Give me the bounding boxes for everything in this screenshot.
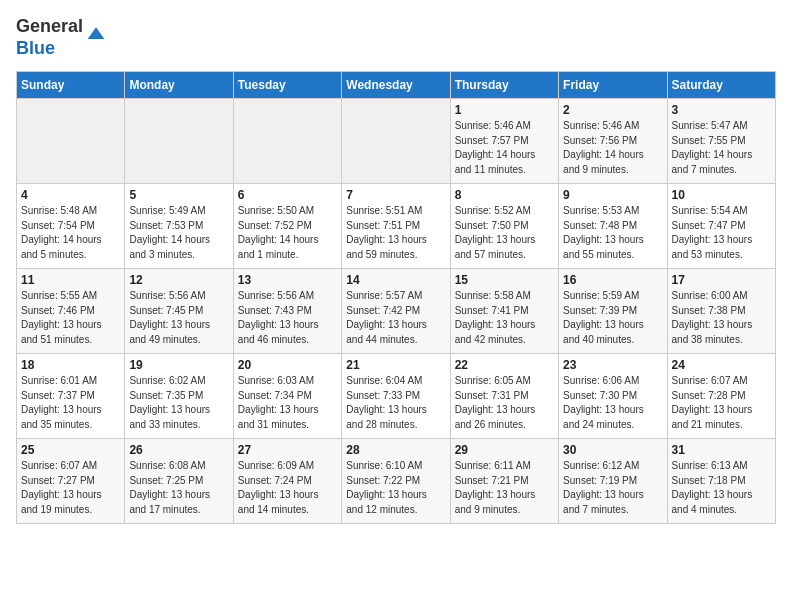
calendar-cell: 1Sunrise: 5:46 AM Sunset: 7:57 PM Daylig…: [450, 99, 558, 184]
day-info: Sunrise: 5:49 AM Sunset: 7:53 PM Dayligh…: [129, 204, 228, 262]
day-info: Sunrise: 5:57 AM Sunset: 7:42 PM Dayligh…: [346, 289, 445, 347]
page-header: General Blue: [16, 16, 776, 59]
day-info: Sunrise: 5:50 AM Sunset: 7:52 PM Dayligh…: [238, 204, 337, 262]
day-number: 7: [346, 188, 445, 202]
day-number: 24: [672, 358, 771, 372]
day-info: Sunrise: 5:48 AM Sunset: 7:54 PM Dayligh…: [21, 204, 120, 262]
calendar-cell: 6Sunrise: 5:50 AM Sunset: 7:52 PM Daylig…: [233, 184, 341, 269]
calendar-cell: 14Sunrise: 5:57 AM Sunset: 7:42 PM Dayli…: [342, 269, 450, 354]
logo-icon: [86, 24, 106, 44]
day-info: Sunrise: 5:51 AM Sunset: 7:51 PM Dayligh…: [346, 204, 445, 262]
weekday-header-tuesday: Tuesday: [233, 72, 341, 99]
calendar-cell: 17Sunrise: 6:00 AM Sunset: 7:38 PM Dayli…: [667, 269, 775, 354]
day-info: Sunrise: 5:58 AM Sunset: 7:41 PM Dayligh…: [455, 289, 554, 347]
day-info: Sunrise: 5:54 AM Sunset: 7:47 PM Dayligh…: [672, 204, 771, 262]
calendar-cell: 5Sunrise: 5:49 AM Sunset: 7:53 PM Daylig…: [125, 184, 233, 269]
calendar-cell: 31Sunrise: 6:13 AM Sunset: 7:18 PM Dayli…: [667, 439, 775, 524]
day-info: Sunrise: 6:13 AM Sunset: 7:18 PM Dayligh…: [672, 459, 771, 517]
day-number: 16: [563, 273, 662, 287]
calendar-cell: 7Sunrise: 5:51 AM Sunset: 7:51 PM Daylig…: [342, 184, 450, 269]
calendar-cell: 22Sunrise: 6:05 AM Sunset: 7:31 PM Dayli…: [450, 354, 558, 439]
calendar-cell: 2Sunrise: 5:46 AM Sunset: 7:56 PM Daylig…: [559, 99, 667, 184]
calendar-cell: 23Sunrise: 6:06 AM Sunset: 7:30 PM Dayli…: [559, 354, 667, 439]
day-number: 6: [238, 188, 337, 202]
day-number: 30: [563, 443, 662, 457]
day-info: Sunrise: 6:07 AM Sunset: 7:27 PM Dayligh…: [21, 459, 120, 517]
day-number: 14: [346, 273, 445, 287]
day-info: Sunrise: 5:59 AM Sunset: 7:39 PM Dayligh…: [563, 289, 662, 347]
day-info: Sunrise: 5:55 AM Sunset: 7:46 PM Dayligh…: [21, 289, 120, 347]
day-info: Sunrise: 6:01 AM Sunset: 7:37 PM Dayligh…: [21, 374, 120, 432]
day-info: Sunrise: 6:06 AM Sunset: 7:30 PM Dayligh…: [563, 374, 662, 432]
calendar-cell: 18Sunrise: 6:01 AM Sunset: 7:37 PM Dayli…: [17, 354, 125, 439]
calendar-cell: 11Sunrise: 5:55 AM Sunset: 7:46 PM Dayli…: [17, 269, 125, 354]
day-number: 4: [21, 188, 120, 202]
logo-general: General: [16, 16, 83, 36]
day-number: 29: [455, 443, 554, 457]
calendar-cell: 25Sunrise: 6:07 AM Sunset: 7:27 PM Dayli…: [17, 439, 125, 524]
calendar-table: SundayMondayTuesdayWednesdayThursdayFrid…: [16, 71, 776, 524]
week-row-2: 4Sunrise: 5:48 AM Sunset: 7:54 PM Daylig…: [17, 184, 776, 269]
day-info: Sunrise: 5:56 AM Sunset: 7:45 PM Dayligh…: [129, 289, 228, 347]
day-number: 18: [21, 358, 120, 372]
calendar-cell: [342, 99, 450, 184]
calendar-cell: 10Sunrise: 5:54 AM Sunset: 7:47 PM Dayli…: [667, 184, 775, 269]
day-info: Sunrise: 5:52 AM Sunset: 7:50 PM Dayligh…: [455, 204, 554, 262]
day-number: 2: [563, 103, 662, 117]
calendar-cell: 13Sunrise: 5:56 AM Sunset: 7:43 PM Dayli…: [233, 269, 341, 354]
day-number: 11: [21, 273, 120, 287]
logo: General Blue: [16, 16, 106, 59]
day-number: 12: [129, 273, 228, 287]
calendar-cell: 28Sunrise: 6:10 AM Sunset: 7:22 PM Dayli…: [342, 439, 450, 524]
calendar-cell: 29Sunrise: 6:11 AM Sunset: 7:21 PM Dayli…: [450, 439, 558, 524]
calendar-cell: 4Sunrise: 5:48 AM Sunset: 7:54 PM Daylig…: [17, 184, 125, 269]
day-number: 19: [129, 358, 228, 372]
day-number: 17: [672, 273, 771, 287]
weekday-header-saturday: Saturday: [667, 72, 775, 99]
calendar-cell: [125, 99, 233, 184]
calendar-cell: 21Sunrise: 6:04 AM Sunset: 7:33 PM Dayli…: [342, 354, 450, 439]
weekday-header-thursday: Thursday: [450, 72, 558, 99]
weekday-header-friday: Friday: [559, 72, 667, 99]
weekday-header-row: SundayMondayTuesdayWednesdayThursdayFrid…: [17, 72, 776, 99]
calendar-cell: 24Sunrise: 6:07 AM Sunset: 7:28 PM Dayli…: [667, 354, 775, 439]
day-info: Sunrise: 6:08 AM Sunset: 7:25 PM Dayligh…: [129, 459, 228, 517]
day-info: Sunrise: 5:56 AM Sunset: 7:43 PM Dayligh…: [238, 289, 337, 347]
day-info: Sunrise: 6:10 AM Sunset: 7:22 PM Dayligh…: [346, 459, 445, 517]
calendar-cell: 3Sunrise: 5:47 AM Sunset: 7:55 PM Daylig…: [667, 99, 775, 184]
day-number: 5: [129, 188, 228, 202]
day-number: 1: [455, 103, 554, 117]
weekday-header-monday: Monday: [125, 72, 233, 99]
day-number: 8: [455, 188, 554, 202]
day-info: Sunrise: 5:46 AM Sunset: 7:57 PM Dayligh…: [455, 119, 554, 177]
day-info: Sunrise: 6:02 AM Sunset: 7:35 PM Dayligh…: [129, 374, 228, 432]
day-number: 25: [21, 443, 120, 457]
calendar-cell: 15Sunrise: 5:58 AM Sunset: 7:41 PM Dayli…: [450, 269, 558, 354]
day-info: Sunrise: 6:03 AM Sunset: 7:34 PM Dayligh…: [238, 374, 337, 432]
day-number: 20: [238, 358, 337, 372]
day-number: 28: [346, 443, 445, 457]
day-info: Sunrise: 6:12 AM Sunset: 7:19 PM Dayligh…: [563, 459, 662, 517]
day-info: Sunrise: 6:04 AM Sunset: 7:33 PM Dayligh…: [346, 374, 445, 432]
day-info: Sunrise: 6:09 AM Sunset: 7:24 PM Dayligh…: [238, 459, 337, 517]
week-row-4: 18Sunrise: 6:01 AM Sunset: 7:37 PM Dayli…: [17, 354, 776, 439]
day-number: 9: [563, 188, 662, 202]
calendar-cell: 27Sunrise: 6:09 AM Sunset: 7:24 PM Dayli…: [233, 439, 341, 524]
week-row-5: 25Sunrise: 6:07 AM Sunset: 7:27 PM Dayli…: [17, 439, 776, 524]
calendar-cell: 8Sunrise: 5:52 AM Sunset: 7:50 PM Daylig…: [450, 184, 558, 269]
calendar-cell: 9Sunrise: 5:53 AM Sunset: 7:48 PM Daylig…: [559, 184, 667, 269]
day-number: 15: [455, 273, 554, 287]
calendar-cell: 16Sunrise: 5:59 AM Sunset: 7:39 PM Dayli…: [559, 269, 667, 354]
calendar-cell: 19Sunrise: 6:02 AM Sunset: 7:35 PM Dayli…: [125, 354, 233, 439]
calendar-cell: 26Sunrise: 6:08 AM Sunset: 7:25 PM Dayli…: [125, 439, 233, 524]
day-number: 3: [672, 103, 771, 117]
calendar-cell: 20Sunrise: 6:03 AM Sunset: 7:34 PM Dayli…: [233, 354, 341, 439]
day-info: Sunrise: 6:00 AM Sunset: 7:38 PM Dayligh…: [672, 289, 771, 347]
day-number: 22: [455, 358, 554, 372]
day-number: 26: [129, 443, 228, 457]
week-row-1: 1Sunrise: 5:46 AM Sunset: 7:57 PM Daylig…: [17, 99, 776, 184]
calendar-cell: [17, 99, 125, 184]
day-info: Sunrise: 5:47 AM Sunset: 7:55 PM Dayligh…: [672, 119, 771, 177]
day-number: 21: [346, 358, 445, 372]
day-number: 27: [238, 443, 337, 457]
